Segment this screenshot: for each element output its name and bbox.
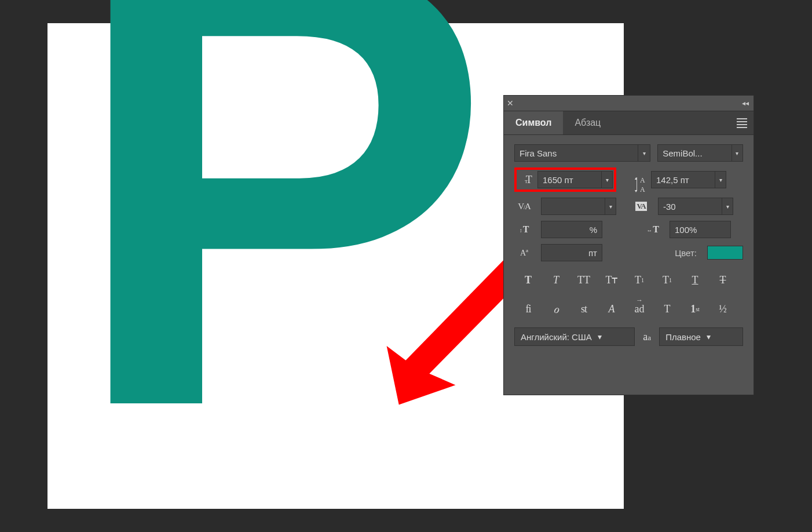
tracking-icon: VA bbox=[631, 199, 651, 214]
all-caps-button[interactable]: TT bbox=[570, 269, 598, 290]
panel-collapse-button[interactable]: ◂◂ bbox=[737, 99, 754, 107]
horizontal-scale-icon: T bbox=[643, 222, 663, 237]
antialias-value: Плавное bbox=[660, 332, 707, 342]
font-family-combo[interactable]: ▾ bbox=[514, 144, 650, 162]
contextual-alternates-button[interactable]: ℴ bbox=[542, 298, 570, 319]
font-size-input[interactable] bbox=[538, 175, 601, 185]
type-style-row-2: fi ℴ st A ad T 1st ½ bbox=[514, 298, 743, 319]
faux-bold-button[interactable]: T bbox=[514, 269, 542, 290]
chevron-down-icon[interactable]: ▾ bbox=[707, 332, 711, 341]
ordinals-button[interactable]: 1st bbox=[681, 298, 709, 319]
titling-alternates-button[interactable]: T bbox=[653, 298, 681, 319]
small-caps-button[interactable]: Tᴛ bbox=[598, 269, 626, 290]
color-label: Цвет: bbox=[675, 248, 697, 258]
type-style-row-1: T T TT Tᴛ T1 T1 T T bbox=[514, 269, 743, 290]
vertical-scale-icon: T bbox=[514, 222, 534, 237]
panel-menu-button[interactable] bbox=[730, 111, 754, 134]
horizontal-scale-input[interactable] bbox=[670, 225, 730, 235]
superscript-button[interactable]: T1 bbox=[626, 269, 653, 290]
chevron-down-icon[interactable]: ▾ bbox=[731, 145, 742, 161]
tracking-input[interactable] bbox=[659, 202, 722, 212]
subscript-button[interactable]: T1 bbox=[653, 269, 681, 290]
language-combo[interactable]: Английский: США ▾ bbox=[514, 327, 635, 346]
text-color-swatch[interactable] bbox=[707, 246, 743, 260]
vertical-scale-field[interactable] bbox=[541, 221, 602, 238]
leading-input[interactable] bbox=[652, 175, 715, 185]
horizontal-scale-field[interactable] bbox=[670, 221, 731, 238]
chevron-down-icon[interactable]: ▾ bbox=[601, 172, 612, 188]
stylistic-alternates-button[interactable]: ad bbox=[626, 298, 653, 319]
tab-paragraph[interactable]: Абзац bbox=[563, 111, 612, 134]
font-family-input[interactable] bbox=[515, 148, 638, 158]
kerning-input[interactable] bbox=[542, 202, 605, 212]
font-size-icon: тT bbox=[518, 172, 537, 187]
tracking-combo[interactable]: ▾ bbox=[658, 198, 733, 215]
baseline-shift-icon: Aa bbox=[514, 245, 534, 260]
strikethrough-button[interactable]: T bbox=[709, 269, 737, 290]
font-size-combo[interactable]: ▾ bbox=[537, 171, 613, 188]
antialias-combo[interactable]: Плавное ▾ bbox=[659, 327, 743, 346]
antialias-icon: aa bbox=[641, 331, 653, 343]
leading-combo[interactable]: ▾ bbox=[651, 171, 726, 188]
standard-ligatures-button[interactable]: fi bbox=[514, 298, 542, 319]
chevron-down-icon[interactable]: ▾ bbox=[715, 172, 726, 188]
chevron-down-icon[interactable]: ▾ bbox=[605, 198, 616, 214]
chevron-down-icon[interactable]: ▾ bbox=[598, 332, 602, 341]
language-value: Английский: США bbox=[515, 332, 598, 342]
character-panel: ✕ ◂◂ Символ Абзац ▾ ▾ тT bbox=[504, 96, 754, 395]
chevron-down-icon[interactable]: ▾ bbox=[638, 145, 650, 161]
tab-character[interactable]: Символ bbox=[504, 111, 563, 134]
underline-button[interactable]: T bbox=[681, 269, 709, 290]
fractions-button[interactable]: ½ bbox=[709, 298, 737, 319]
panel-tabs: Символ Абзац bbox=[504, 111, 754, 135]
kerning-icon: V/A bbox=[514, 199, 534, 214]
font-size-highlight: тT ▾ bbox=[514, 167, 616, 192]
baseline-shift-input[interactable] bbox=[542, 248, 602, 258]
panel-close-button[interactable]: ✕ bbox=[504, 96, 517, 111]
chevron-down-icon[interactable]: ▾ bbox=[722, 198, 733, 214]
font-style-input[interactable] bbox=[658, 148, 731, 158]
font-style-combo[interactable]: ▾ bbox=[657, 144, 743, 162]
leading-icon: ▴▾AA bbox=[627, 172, 644, 187]
faux-italic-button[interactable]: T bbox=[542, 269, 570, 290]
kerning-combo[interactable]: ▾ bbox=[541, 198, 616, 215]
vertical-scale-input[interactable] bbox=[542, 225, 602, 235]
text-layer-letter[interactable]: P bbox=[68, 0, 481, 501]
panel-titlebar: ✕ ◂◂ bbox=[504, 96, 754, 111]
discretionary-ligatures-button[interactable]: st bbox=[570, 298, 598, 319]
swash-button[interactable]: A bbox=[598, 298, 626, 319]
baseline-shift-field[interactable] bbox=[541, 244, 602, 261]
